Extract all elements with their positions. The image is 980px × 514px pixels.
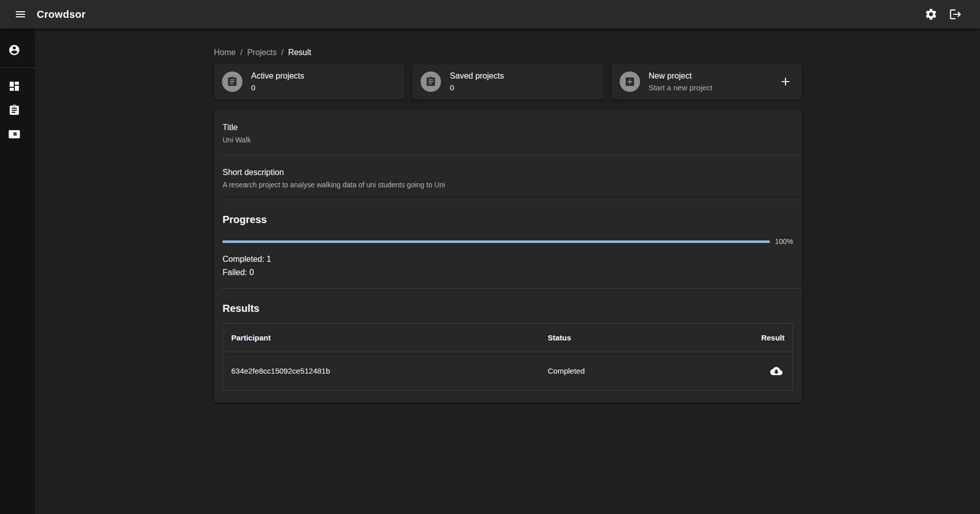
sidebar-item-dashboard[interactable] [0, 76, 36, 96]
stat-text: Active projects 0 [251, 71, 304, 92]
avatar [620, 71, 640, 92]
sidebar-item-projects[interactable] [0, 124, 36, 144]
sidebar-item-tasks[interactable] [0, 100, 36, 120]
breadcrumb-separator: / [240, 48, 242, 57]
sidebar-nav-group [0, 76, 36, 148]
progress-bar [223, 240, 770, 243]
settings-button[interactable] [921, 4, 941, 25]
column-header-status: Status [548, 333, 757, 342]
progress-row: 100% [223, 237, 793, 246]
plus-icon [779, 75, 792, 88]
description-field: Short description A research project to … [214, 155, 802, 200]
stat-text: New project Start a new project [649, 71, 713, 92]
sidebar-divider [0, 67, 36, 68]
failed-count: Failed: 0 [223, 266, 793, 279]
project-card-icon [8, 128, 20, 140]
column-header-participant: Participant [223, 333, 548, 342]
results-table-header: Participant Status Result [223, 324, 793, 352]
breadcrumb-home[interactable]: Home [214, 48, 236, 57]
table-row: 634e2fe8cc15092ce512481b Completed [223, 352, 793, 390]
add-box-icon [624, 76, 635, 87]
new-project-card[interactable]: New project Start a new project [611, 64, 802, 100]
breadcrumb-projects[interactable]: Projects [247, 48, 277, 57]
app-title: Crowdsor [37, 9, 86, 20]
logout-button[interactable] [945, 4, 966, 25]
new-project-add-button[interactable] [775, 71, 796, 92]
progress-section: Progress 100% Completed: 1 Failed: 0 [214, 214, 802, 280]
saved-projects-card[interactable]: Saved projects 0 [412, 64, 603, 100]
avatar [222, 71, 242, 92]
stat-card-subtitle: Start a new project [649, 83, 713, 93]
breadcrumb-separator: / [281, 48, 283, 57]
divider [222, 288, 802, 289]
stat-cards-row: Active projects 0 Saved projects 0 [214, 64, 802, 100]
result-cell [768, 363, 793, 379]
menu-button[interactable] [10, 4, 31, 25]
active-projects-card[interactable]: Active projects 0 [214, 64, 404, 100]
title-value: Uni Walk [223, 136, 793, 144]
results-section: Results Participant Status Result 634e2f… [214, 303, 802, 390]
status-value: Completed [548, 366, 757, 375]
sidebar-item-account[interactable] [0, 40, 36, 60]
main-content: Home / Projects / Result Active projects… [36, 29, 980, 514]
progress-stats: Completed: 1 Failed: 0 [223, 253, 793, 280]
content-column: Home / Projects / Result Active projects… [214, 29, 802, 514]
download-result-button[interactable] [768, 363, 785, 379]
title-field: Title Uni Walk [214, 110, 802, 155]
stat-text: Saved projects 0 [450, 71, 504, 92]
participant-id: 634e2fe8cc15092ce512481b [223, 366, 548, 375]
assignment-clipboard-icon [425, 76, 436, 87]
results-table: Participant Status Result 634e2fe8cc1509… [223, 323, 793, 390]
account-circle-icon [8, 44, 20, 56]
assignment-clipboard-icon [227, 76, 238, 87]
gear-icon [924, 8, 938, 21]
stat-card-title: Saved projects [450, 71, 504, 82]
hamburger-menu-icon [14, 8, 27, 20]
project-detail-card: Title Uni Walk Short description A resea… [214, 110, 802, 403]
description-value: A research project to analyse walking da… [223, 181, 793, 189]
column-header-result: Result [761, 333, 793, 342]
description-label: Short description [223, 168, 793, 177]
divider [222, 200, 802, 200]
sidebar [0, 29, 36, 514]
breadcrumb: Home / Projects / Result [214, 48, 802, 57]
completed-count: Completed: 1 [223, 253, 793, 266]
stat-card-title: Active projects [251, 71, 304, 82]
progress-bar-fill [223, 240, 770, 243]
assignment-clipboard-icon [8, 104, 20, 116]
progress-percent: 100% [774, 237, 793, 246]
stat-card-value: 0 [450, 83, 504, 93]
stat-card-value: 0 [251, 83, 304, 93]
results-heading: Results [223, 303, 793, 314]
title-label: Title [223, 123, 793, 132]
dashboard-icon [8, 80, 20, 92]
avatar [421, 71, 441, 92]
app-bar: Crowdsor [0, 0, 980, 29]
cloud-download-icon [770, 365, 782, 377]
progress-heading: Progress [223, 214, 793, 226]
breadcrumb-current: Result [288, 48, 311, 57]
stat-card-title: New project [649, 71, 713, 82]
logout-icon [949, 8, 962, 21]
